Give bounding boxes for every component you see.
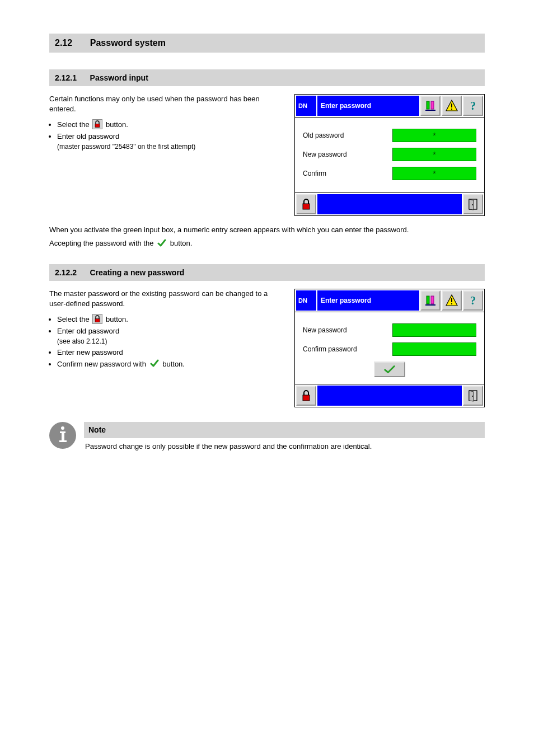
status-bar bbox=[317, 386, 462, 406]
status-bar bbox=[317, 194, 462, 214]
svg-rect-18 bbox=[451, 303, 452, 304]
lock-button[interactable] bbox=[296, 194, 316, 214]
label-new-password-2: New password bbox=[303, 326, 388, 335]
window-title: Enter password bbox=[317, 96, 419, 116]
field-confirm[interactable]: * bbox=[392, 167, 476, 180]
label-new-password: New password bbox=[303, 150, 388, 159]
field-old-password[interactable]: * bbox=[392, 129, 476, 142]
warning-icon[interactable] bbox=[442, 290, 462, 311]
svg-rect-5 bbox=[451, 104, 452, 107]
svg-rect-12 bbox=[95, 319, 100, 322]
svg-rect-26 bbox=[62, 431, 64, 442]
note-body: Password change is only possible if the … bbox=[84, 438, 485, 455]
svg-point-11 bbox=[472, 204, 473, 205]
svg-text:?: ? bbox=[470, 294, 476, 307]
bars-icon[interactable] bbox=[420, 96, 441, 116]
label-confirm-password-2: Confirm password bbox=[303, 345, 388, 354]
svg-rect-17 bbox=[451, 298, 452, 302]
window-title: Enter password bbox=[317, 290, 419, 311]
page: 2.12 Password system 2.12.1 Password inp… bbox=[0, 0, 534, 489]
check-icon bbox=[157, 238, 167, 248]
label-old-password: Old password bbox=[303, 131, 388, 140]
bars-icon[interactable] bbox=[420, 290, 441, 311]
svg-rect-1 bbox=[427, 101, 429, 109]
lock-button[interactable] bbox=[296, 386, 316, 406]
label-confirm: Confirm bbox=[303, 169, 388, 178]
section-title: Password system bbox=[90, 38, 166, 48]
help-icon[interactable]: ? bbox=[463, 96, 483, 116]
svg-rect-3 bbox=[425, 110, 435, 111]
sub1-bullet-old: Enter old password (master password "254… bbox=[57, 132, 284, 151]
sub1-intro: Certain functions may only be used when … bbox=[49, 94, 284, 114]
svg-rect-2 bbox=[431, 101, 434, 109]
warning-icon[interactable] bbox=[442, 96, 462, 116]
check-icon bbox=[149, 359, 160, 369]
sub2-bullet-old: Enter old password (see also 2.12.1) bbox=[57, 326, 284, 346]
sub1-text: Certain functions may only be used when … bbox=[49, 94, 284, 153]
subsection2-title: Creating a new password bbox=[90, 268, 185, 277]
info-icon bbox=[49, 422, 76, 449]
section-heading: 2.12 Password system bbox=[49, 34, 485, 53]
door-icon[interactable] bbox=[463, 194, 483, 214]
sub2-text: The master password or the existing pass… bbox=[49, 289, 284, 371]
sub1-instr-b: Accepting the password with the button. bbox=[49, 238, 485, 249]
password-entry-window-1: DN Enter password ? Old password bbox=[294, 94, 485, 216]
section-number: 2.12 bbox=[55, 38, 72, 48]
subsection-number: 2.12.1 bbox=[55, 73, 77, 82]
lock-icon bbox=[92, 119, 102, 129]
svg-rect-15 bbox=[425, 304, 435, 306]
window-code: DN bbox=[296, 290, 316, 311]
sub1-instr-a: When you activate the green input box, a… bbox=[49, 225, 485, 235]
subsection2-number: 2.12.2 bbox=[55, 268, 77, 277]
svg-text:?: ? bbox=[470, 100, 476, 112]
sub2-bullet-confirm: Confirm new password with button. bbox=[57, 359, 284, 370]
sub1-bullet-select: Select the button. bbox=[57, 120, 284, 130]
password-entry-window-2: DN Enter password ? New password bbox=[294, 289, 485, 407]
svg-rect-20 bbox=[303, 395, 310, 401]
svg-point-24 bbox=[61, 426, 64, 430]
svg-point-23 bbox=[472, 396, 473, 397]
svg-rect-27 bbox=[59, 440, 67, 442]
note-head: Note bbox=[84, 422, 485, 438]
field-confirm-password-2[interactable] bbox=[392, 342, 476, 356]
subsection-heading-1: 2.12.1 Password input bbox=[49, 69, 485, 87]
sub2-intro: The master password or the existing pass… bbox=[49, 289, 284, 308]
confirm-button[interactable] bbox=[374, 361, 405, 377]
field-new-password-2[interactable] bbox=[392, 323, 476, 337]
svg-rect-13 bbox=[427, 296, 429, 304]
sub2-bullet-select: Select the button. bbox=[57, 314, 284, 325]
field-new-password[interactable]: * bbox=[392, 148, 476, 161]
sub2-bullet-new: Enter new password bbox=[57, 348, 284, 358]
svg-rect-6 bbox=[451, 109, 452, 110]
help-icon[interactable]: ? bbox=[463, 290, 483, 311]
subsection-heading-2: 2.12.2 Creating a new password bbox=[49, 264, 485, 281]
window-code: DN bbox=[296, 96, 316, 116]
svg-rect-8 bbox=[303, 204, 310, 209]
svg-rect-0 bbox=[95, 124, 100, 128]
door-icon[interactable] bbox=[463, 386, 483, 406]
lock-icon bbox=[92, 314, 102, 324]
note-block: Note Password change is only possible if… bbox=[49, 422, 485, 454]
svg-rect-14 bbox=[431, 296, 434, 304]
subsection-title: Password input bbox=[90, 73, 148, 82]
